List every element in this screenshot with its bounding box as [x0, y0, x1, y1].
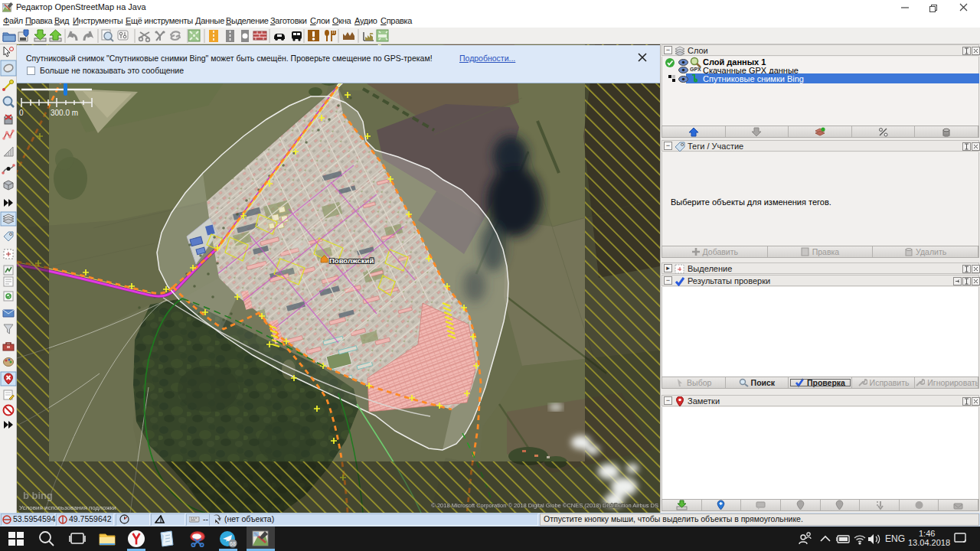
svg-text:Условия использования подложки: Условия использования подложки — [19, 504, 116, 511]
svg-text:© 2018 Microsoft Corporation ©: © 2018 Microsoft Corporation © 2018 Digi… — [431, 502, 658, 509]
svg-text:Поволжский: Поволжский — [329, 256, 374, 265]
svg-text:0: 0 — [19, 109, 24, 117]
svg-text:b bing: b bing — [23, 490, 53, 501]
svg-text:300.0 m: 300.0 m — [51, 109, 78, 117]
svg-text:68: 68 — [230, 541, 236, 546]
